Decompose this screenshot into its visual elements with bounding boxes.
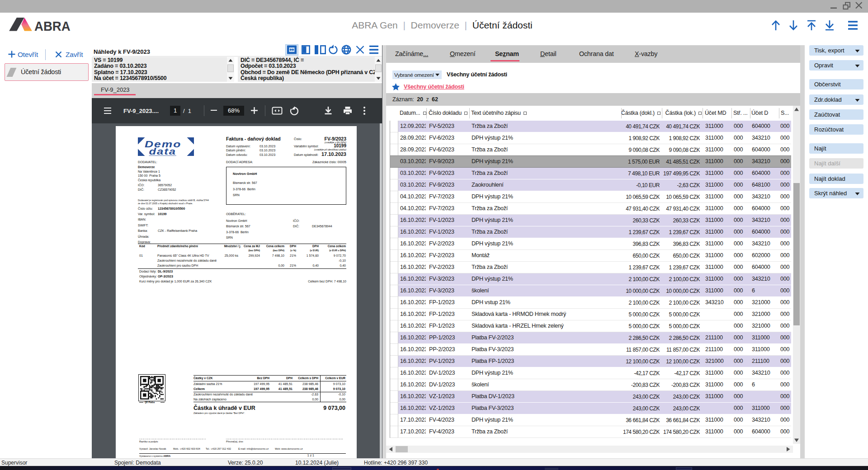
svg-text:data: data [149, 146, 176, 156]
